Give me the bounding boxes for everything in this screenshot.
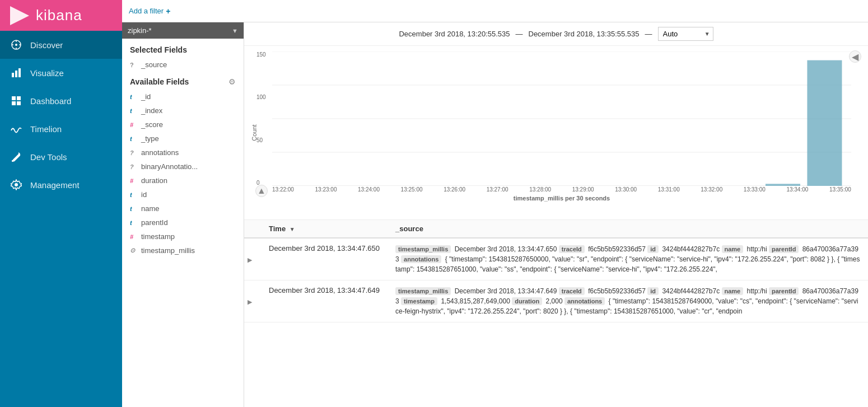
svg-rect-12 [12, 101, 16, 105]
sidebar-item-devtools[interactable]: Dev Tools [0, 143, 122, 171]
top-filter-bar: Add a filter + [122, 0, 868, 22]
x-tick: 13:30:00 [615, 186, 637, 193]
chart-collapse-bottom-button[interactable]: ▲ [255, 185, 268, 197]
interval-select-wrapper: Auto Millisecond Second Minute Hour Day … [658, 27, 713, 41]
sidebar-item-management[interactable]: Management [0, 171, 122, 199]
bar-chart-icon [10, 67, 22, 79]
main-content: Add a filter + zipkin-* ▼ Selected Field… [122, 0, 868, 407]
field-item-duration[interactable]: #duration [122, 174, 244, 188]
row-expand-button[interactable]: ▶ [244, 256, 255, 263]
sidebar-item-discover[interactable]: Discover [0, 31, 122, 59]
field-name-label: parentId [141, 218, 168, 227]
field-type-badge: ? [130, 163, 138, 170]
svg-rect-7 [12, 73, 14, 77]
kibana-logo-text: kibana [36, 7, 82, 24]
field-type-badge: t [130, 205, 138, 212]
x-tick: 13:25:00 [401, 186, 423, 193]
field-item-binaryAnnotatio...[interactable]: ?binaryAnnotatio... [122, 160, 244, 174]
y-axis-ticks: 150 100 50 0 [256, 52, 266, 186]
x-tick: 13:31:00 [658, 186, 680, 193]
source-field-name: _source [141, 60, 167, 69]
x-tick: 13:32:00 [701, 186, 722, 193]
results-table: Time ▼ _source ▶ December 3rd 2018, 13:3… [244, 220, 868, 322]
source-badge: id [647, 245, 659, 253]
row-expand-cell: ▶ [244, 280, 261, 322]
field-type-badge: # [130, 233, 138, 240]
field-name-label: _index [141, 106, 162, 115]
source-badge: traceId [559, 287, 585, 295]
svg-rect-22 [807, 60, 842, 186]
x-tick: 13:33:00 [744, 186, 766, 193]
source-badge: id [647, 287, 659, 295]
add-filter-link[interactable]: Add a filter + [129, 7, 170, 16]
svg-point-15 [15, 183, 18, 186]
available-fields-header: Available Fields ⚙ [122, 72, 244, 90]
sidebar-item-visualize[interactable]: Visualize [0, 59, 122, 87]
table-row: ▶ December 3rd 2018, 13:34:47.650 timest… [244, 238, 868, 280]
wave-icon [10, 123, 22, 135]
field-item-name[interactable]: tname [122, 202, 244, 216]
svg-rect-9 [18, 68, 21, 77]
field-name-label: id [141, 190, 147, 199]
field-type-badge: t [130, 93, 138, 100]
time-sort-icon: ▼ [290, 226, 295, 232]
index-selector[interactable]: zipkin-* ▼ [122, 22, 244, 39]
source-badge: traceId [559, 245, 585, 253]
field-item-_index[interactable]: t_index [122, 104, 244, 118]
sidebar-item-dashboard-label: Dashboard [30, 96, 71, 106]
field-type-badge: ? [130, 149, 138, 156]
svg-rect-21 [766, 184, 800, 186]
sidebar-item-devtools-label: Dev Tools [30, 152, 67, 162]
field-type-badge: t [130, 191, 138, 198]
col-expand [244, 220, 261, 238]
sidebar-item-timelion[interactable]: Timelion [0, 115, 122, 143]
field-name-label: name [141, 204, 160, 213]
available-fields-section: Available Fields ⚙ t_idt_index#_scoret_t… [122, 72, 244, 258]
source-badge: duration [512, 297, 542, 305]
field-name-label: _id [141, 92, 151, 101]
svg-point-2 [15, 44, 17, 46]
source-badge: name [722, 245, 744, 253]
source-badge: parentId [769, 245, 799, 253]
y-tick-150: 150 [256, 52, 266, 58]
source-badge: timestamp [401, 297, 437, 305]
x-tick: 13:23:00 [315, 186, 337, 193]
field-name-label: timestamp_millis [141, 246, 195, 255]
fields-settings-button[interactable]: ⚙ [228, 77, 236, 86]
field-name-label: timestamp [141, 232, 175, 241]
nav-items: Discover Visualize Dashboard Timelion [0, 31, 122, 199]
row-source: timestamp_millis December 3rd 2018, 13:3… [388, 238, 868, 280]
x-tick: 13:22:00 [272, 186, 294, 193]
field-item-_type[interactable]: t_type [122, 132, 244, 146]
sidebar-item-visualize-label: Visualize [30, 68, 64, 78]
compass-icon [10, 39, 22, 51]
time-range-separator: — [516, 30, 523, 38]
time-range-bar: December 3rd 2018, 13:20:55.535 — Decemb… [244, 22, 868, 46]
x-tick: 13:28:00 [529, 186, 551, 193]
row-expand-button[interactable]: ▶ [244, 298, 255, 305]
source-badge: timestamp_millis [395, 245, 451, 253]
sidebar-item-timelion-label: Timelion [30, 124, 62, 134]
field-item-annotations[interactable]: ?annotations [122, 146, 244, 160]
x-tick: 13:24:00 [358, 186, 380, 193]
source-badge: annotations [564, 297, 605, 305]
logo-area: kibana [0, 0, 122, 31]
svg-rect-11 [17, 96, 21, 100]
field-item-timestamp[interactable]: #timestamp [122, 230, 244, 244]
field-sidebar: zipkin-* ▼ Selected Fields ? _source Ava… [122, 22, 244, 407]
field-item-timestamp_millis[interactable]: ⊙timestamp_millis [122, 244, 244, 258]
chart-collapse-top-button[interactable]: ◀ [849, 50, 861, 63]
field-item-id[interactable]: tid [122, 188, 244, 202]
results-area[interactable]: Time ▼ _source ▶ December 3rd 2018, 13:3… [244, 219, 868, 407]
field-item-_score[interactable]: #_score [122, 118, 244, 132]
y-tick-100: 100 [256, 94, 266, 100]
field-type-badge: t [130, 219, 138, 226]
selected-field-source: ? _source [122, 58, 244, 72]
field-item-_id[interactable]: t_id [122, 90, 244, 104]
col-time-header[interactable]: Time ▼ [261, 220, 388, 238]
field-name-label: duration [141, 176, 167, 185]
content-area: zipkin-* ▼ Selected Fields ? _source Ava… [122, 22, 868, 407]
interval-select[interactable]: Auto Millisecond Second Minute Hour Day [658, 27, 713, 41]
sidebar-item-dashboard[interactable]: Dashboard [0, 87, 122, 115]
field-item-parentId[interactable]: tparentId [122, 216, 244, 230]
